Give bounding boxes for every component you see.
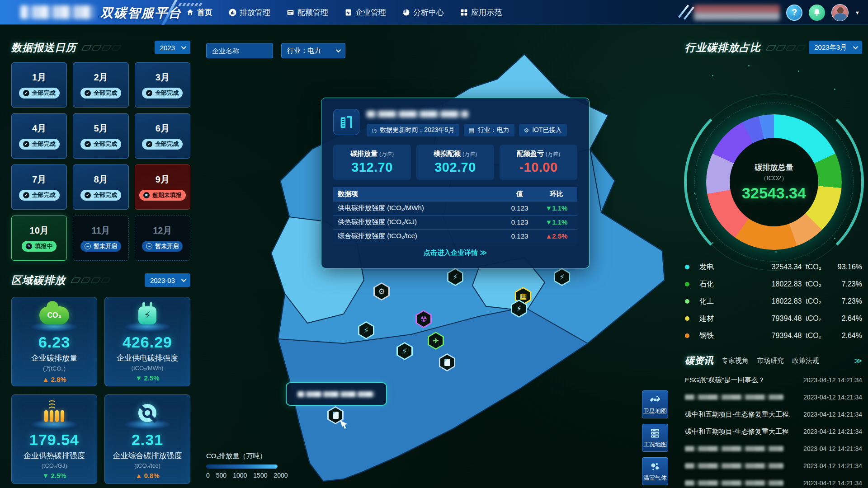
gradient-scale-bar [206, 465, 278, 469]
nav-item-enterprise[interactable]: 企业管理 [344, 7, 386, 18]
news-item[interactable]: 2023-04-12 14:21:34 [685, 474, 862, 488]
power-plug-icon: ⚡ [138, 306, 156, 324]
user-avatar[interactable] [831, 4, 849, 21]
nav-item-analysis[interactable]: 分析中心 [402, 7, 444, 18]
news-header: 碳资讯 专家视角 市场研究 政策法规 ≫ [685, 354, 862, 367]
company-name-redacted [367, 111, 468, 117]
metric-card-power-intensity[interactable]: ⚡ 426.29 企业供电碳排强度 (tCO₂/MWh) 2.5% [104, 297, 190, 386]
chevron-down-icon [181, 44, 186, 49]
month-card-jul[interactable]: 7月全部完成 [11, 164, 67, 210]
metric-card-emission[interactable]: CO₂ 6.23 企业碳排放量 (万tCO₂) 2.8% [11, 297, 97, 386]
industry-period-dropdown[interactable]: 2023年3月 [809, 41, 862, 54]
pencil-icon [26, 243, 32, 249]
partner-logo-redacted [694, 5, 780, 20]
satellite-icon [649, 394, 661, 406]
map-tooltip [286, 382, 387, 406]
month-card-may[interactable]: 5月全部完成 [73, 113, 128, 159]
target-icon [138, 404, 156, 422]
map-layer-controls: 卫星地图 工况地图 温室气体 [642, 390, 668, 485]
status-badge: 暂未开启 [80, 241, 121, 252]
industry-legend: 发电 32543.34 tCO₂ 93.16% 石化 18022.83 tCO₂… [685, 258, 862, 344]
news-item[interactable]: 碳中和五期项目-生态修复重大工程...2023-04-12 14:21:34 [685, 406, 862, 423]
news-list: ESG跟“双碳”是一回事么？2023-04-12 14:21:34 2023-0… [685, 371, 862, 488]
intensity-table: 数据项 值 环比 供电碳排放强度 (tCO₂/MWh)0.123▼1.1% 供热… [333, 187, 577, 243]
title-decor [72, 277, 109, 283]
region-period-dropdown[interactable]: 2023-03 [145, 273, 190, 287]
tab-expert-view[interactable]: 专家视角 [722, 357, 749, 365]
check-icon [85, 192, 91, 198]
status-badge: 全部完成 [80, 190, 121, 201]
chevron-down-icon [181, 277, 186, 282]
news-item[interactable]: 2023-04-12 14:21:34 [685, 457, 862, 474]
status-badge: 超期未填报 [139, 190, 186, 201]
home-icon [186, 9, 194, 16]
legend-row-building[interactable]: 建材 79394.48 tCO₂ 2.64% [685, 310, 862, 327]
status-badge: 全部完成 [80, 139, 121, 150]
tab-policy[interactable]: 政策法规 [792, 357, 819, 365]
enterprise-detail-link[interactable]: 点击进入企业详情 ≫ [333, 249, 577, 257]
legend-row-power[interactable]: 发电 32543.34 tCO₂ 93.16% [685, 258, 862, 276]
news-title-redacted [685, 446, 783, 451]
news-item[interactable]: 2023-04-12 14:21:34 [685, 389, 862, 406]
news-title: 碳资讯 [685, 354, 713, 367]
notification-button[interactable] [809, 5, 825, 21]
nav-item-home[interactable]: 首页 [186, 7, 212, 18]
month-card-apr[interactable]: 4月全部完成 [11, 113, 67, 159]
news-title-redacted [685, 463, 783, 469]
news-item[interactable]: 碳中和五期项目-生态修复重大工程2023-04-12 14:21:34 [685, 423, 862, 440]
delta-down: 2.5% [135, 374, 159, 382]
calendar-title: 数据报送日历 [11, 41, 76, 55]
month-card-jan[interactable]: 1月全部完成 [11, 62, 67, 108]
month-card-oct[interactable]: 10月填报中 [11, 216, 67, 261]
tooltip-text-redacted [297, 391, 375, 397]
news-more-arrow[interactable]: ≫ [854, 356, 862, 366]
working-condition-map-button[interactable]: 工况地图 [642, 424, 668, 452]
delta-up: 0.8% [135, 472, 159, 479]
legend-dot [685, 333, 689, 338]
month-card-dec[interactable]: 12月暂未开启 [135, 216, 190, 261]
building-icon [338, 113, 355, 131]
legend-dot [685, 265, 689, 269]
nav-item-quota[interactable]: 配额管理 [287, 7, 328, 18]
check-icon [85, 141, 91, 147]
bell-icon [812, 8, 822, 18]
enterprise-popup: ◷数据更新时间：2023年5月 ▤行业：电力 ⚙IOT已接入 碳排放量 (万吨)… [321, 98, 590, 268]
metric-card-composite-intensity[interactable]: 2.31 企业综合碳排放强度 (tCO₂/tce) 0.8% [104, 394, 190, 484]
server-racks-icon [649, 427, 661, 439]
calendar-year-dropdown[interactable]: 2023 [155, 41, 190, 54]
month-card-sep[interactable]: 9月超期未填报 [135, 164, 190, 210]
region-metrics: CO₂ 6.23 企业碳排放量 (万tCO₂) 2.8% ⚡ 426.29 企业… [11, 297, 190, 484]
month-card-aug[interactable]: 8月全部完成 [73, 164, 128, 210]
table-row: 综合碳排放强度 (tCO₂/tce)0.123▲2.5% [333, 229, 577, 243]
tab-market-research[interactable]: 市场研究 [757, 357, 784, 365]
month-card-feb[interactable]: 2月全部完成 [73, 62, 128, 108]
legend-row-chemical[interactable]: 化工 18022.83 tCO₂ 7.23% [685, 293, 862, 310]
satellite-map-button[interactable]: 卫星地图 [642, 390, 668, 418]
news-item[interactable]: ESG跟“双碳”是一回事么？2023-04-12 14:21:34 [685, 371, 862, 389]
status-badge: 全部完成 [19, 88, 60, 99]
left-panel: 数据报送日历 2023 1月全部完成 2月全部完成 3月全部完成 4月全部完成 … [11, 40, 190, 484]
user-menu-caret[interactable]: ▼ [855, 10, 860, 15]
greenhouse-gas-button[interactable]: 温室气体 [642, 457, 668, 485]
check-icon [85, 90, 91, 96]
minus-icon [85, 243, 91, 249]
right-panel: 行业碳排放占比 2023年3月 碳排放总量 （tCO2） 32543.34 [685, 40, 862, 488]
month-card-mar[interactable]: 3月全部完成 [135, 62, 190, 108]
nav-item-emission[interactable]: 排放管理 [229, 7, 270, 18]
metric-card-heat-intensity[interactable]: 179.54 企业供热碳排强度 (tCO₂/GJ) 2.5% [11, 394, 97, 484]
news-item[interactable]: 2023-04-12 14:21:34 [685, 440, 862, 457]
month-card-jun[interactable]: 6月全部完成 [135, 113, 190, 159]
building-icon-tile [333, 109, 359, 135]
help-button[interactable]: ? [786, 5, 802, 21]
nav-item-demo[interactable]: 应用示范 [460, 7, 502, 18]
legend-row-petrochem[interactable]: 石化 18022.83 tCO₂ 7.23% [685, 276, 862, 293]
delta-up: 2.8% [42, 375, 66, 383]
main-nav: 首页 排放管理 配额管理 企业管理 分析中心 应用示范 [186, 0, 502, 25]
month-card-nov[interactable]: 11月暂未开启 [73, 216, 128, 261]
check-icon [23, 90, 29, 96]
legend-row-steel[interactable]: 钢铁 79394.48 tCO₂ 2.64% [685, 327, 862, 344]
region-title: 区域碳排放 [11, 273, 66, 287]
org-logo-redacted [20, 5, 95, 19]
table-row: 供电碳排放强度 (tCO₂/MWh)0.123▼1.1% [333, 201, 577, 215]
status-badge: 填报中 [22, 241, 57, 252]
